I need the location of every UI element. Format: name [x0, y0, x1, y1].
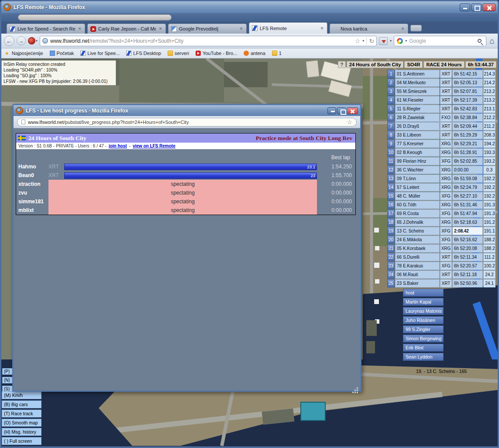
leaderboard-row[interactable]: 14 57 S.Leitert XRG 6h 52:24.79 192.2 — [387, 183, 496, 192]
bookmark-item[interactable]: antena — [244, 51, 265, 56]
host-person-chip[interactable]: 99 S.Zingler — [403, 325, 444, 333]
leaderboard-row[interactable]: 22 66 S.Durelli XRT 6h 52:11.34 111.2 — [387, 253, 496, 261]
tab-new[interactable]: Nova kartica × — [330, 24, 408, 34]
driver-cell[interactable]: 65 J.Dohnalik — [395, 218, 440, 226]
leaderboard-row[interactable]: 24 06 M.Rauti XRT 6h 52:11.18 24.2 — [387, 270, 496, 279]
close-button[interactable] — [347, 107, 358, 114]
leaderboard-row[interactable]: 12 36 C.Wachter XRG 0:00.00 0.3 — [387, 166, 496, 174]
bookmark-item[interactable]: YouTube - Bro... — [196, 51, 237, 56]
leaderboard-row[interactable]: 19 13 C. Scheins XFG 2:08.42 191.1 — [387, 227, 496, 235]
adblock-button[interactable]: ▾ — [28, 37, 38, 44]
view-option-button[interactable]: (H) Msg. history — [2, 428, 41, 436]
minimize-button[interactable] — [460, 3, 470, 11]
reload-icon[interactable]: ↻ — [369, 38, 374, 44]
leaderboard-row[interactable]: 23 78 E.Karakus XFG 6h 52:20.57 100.2 — [387, 262, 496, 270]
leaderboard-row[interactable]: 17 69 R.Costa XFG 6h 51:47.94 191.3 — [387, 209, 496, 218]
bookmark-item[interactable]: Live for Spee... — [80, 51, 120, 56]
driver-cell[interactable]: 48 C. Müller — [395, 192, 440, 200]
session-chip[interactable]: RACE 24 Hours — [423, 61, 464, 68]
driver-cell[interactable]: 01 S.Anttonen — [395, 70, 440, 78]
view-option-button[interactable]: (B) Big cars — [2, 400, 41, 408]
popup-titlebar[interactable]: LFS - Live host progress - Mozilla Firef… — [14, 105, 360, 116]
tab-close-icon[interactable]: × — [400, 26, 405, 31]
download-helper-icon[interactable] — [379, 37, 388, 45]
leaderboard-row[interactable]: 6 28 R.Zawielak FXO 6h 52:38.84 212.2 — [387, 113, 496, 122]
tab-close-icon[interactable]: × — [158, 26, 163, 31]
driver-cell[interactable]: 09 T.Lönn — [395, 174, 440, 183]
leaderboard-row[interactable]: 18 65 J.Dohnalik XRG 6h 52:18.63 191.2 — [387, 218, 496, 226]
leaderboard-row[interactable]: 2 04 M.Meriluoto XRT 6h 52:05.13 214.2 — [387, 79, 496, 87]
forward-button[interactable]: → — [17, 36, 26, 45]
leaderboard-row[interactable]: 1 01 S.Anttonen XRT 6h 51:42.15 214.3 — [387, 70, 496, 78]
driver-cell[interactable]: 61 M.Fieseler — [395, 96, 440, 104]
bookmark-item[interactable]: LFS Desktop — [126, 51, 161, 56]
tab-close-icon[interactable]: × — [239, 26, 244, 31]
leaderboard-row[interactable]: 8 33 E.Liibeon XRT 6h 51:29.29 208.3 — [387, 131, 496, 139]
driver-cell[interactable]: 02 B.Keough — [395, 148, 440, 157]
view-option-button[interactable]: ( ) Full screen — [2, 437, 41, 445]
tab-lfs-search[interactable]: Live for Speed - Search Re... × — [7, 24, 85, 34]
chevron-down-icon[interactable]: ▾ — [390, 39, 392, 43]
leaderboard-row[interactable]: 11 99 Florian Hinz XFG 6h 52:02.85 193.2 — [387, 157, 496, 165]
resize-grip[interactable] — [357, 387, 358, 389]
host-person-chip[interactable]: Laurynas Matonis — [403, 307, 444, 315]
bookmark-star-icon[interactable]: ☆ — [347, 119, 352, 125]
leaderboard-row[interactable]: 5 11 S.Riegler XRT 6h 52:42.83 213.1 — [387, 105, 496, 113]
driver-cell[interactable]: 24 E.Mikkola — [395, 236, 440, 244]
new-tab-button[interactable] — [410, 25, 422, 31]
search-input[interactable]: Google — [409, 38, 475, 44]
tab-close-icon[interactable]: × — [77, 26, 82, 31]
host-person-chip[interactable]: Sean Lyddon — [403, 353, 444, 361]
view-on-lfs-remote-link[interactable]: view on LFS Remote — [133, 144, 176, 148]
leaderboard-row[interactable]: 9 77 S.Kresmer XRG 6h 52:29.21 194.2 — [387, 140, 496, 148]
driver-cell[interactable]: 99 Florian Hinz — [395, 157, 440, 165]
leaderboard-row[interactable]: 16 60 G.Tóth XRG 6h 51:31.46 191.3 — [387, 201, 496, 209]
bookmark-item[interactable]: Početak — [50, 51, 74, 56]
close-button[interactable] — [482, 3, 496, 11]
driver-cell[interactable]: 55 M.Śmieszek — [395, 87, 440, 96]
leaderboard-row[interactable]: 25 23 S.Baker XRT 6h 52:50.96 24.1 — [387, 279, 496, 287]
host-person-chip[interactable]: Martin Kapal — [403, 298, 444, 306]
driver-cell[interactable]: 11 S.Riegler — [395, 105, 440, 113]
driver-cell[interactable]: 23 S.Baker — [395, 279, 440, 287]
host-name-chip[interactable]: 24 Hours of South City — [347, 61, 404, 68]
driver-cell[interactable]: 06 M.Rauti — [395, 270, 440, 279]
bookmark-item[interactable]: 1 — [272, 51, 282, 56]
search-icon[interactable] — [478, 39, 482, 43]
back-button[interactable]: ← — [4, 36, 14, 46]
leaderboard-row[interactable]: 4 61 M.Fieseler XRT 6h 52:17.39 213.2 — [387, 96, 496, 104]
host-person-chip[interactable]: Erik Blixt — [403, 344, 444, 352]
minimize-button[interactable] — [327, 107, 336, 114]
leaderboard-row[interactable]: 21 05 K.Korsbaek XRG 6h 52:20.08 188.2 — [387, 244, 496, 253]
home-button[interactable]: ⌂ — [489, 37, 495, 45]
view-option-button[interactable]: (O) Smooth map — [2, 419, 41, 427]
bookmark-star-icon[interactable]: ☆ — [355, 38, 361, 44]
driver-cell[interactable]: 28 R.Zawielak — [395, 113, 440, 122]
driver-cell[interactable]: 69 R.Costa — [395, 209, 440, 218]
driver-cell[interactable]: 04 M.Meriluoto — [395, 79, 440, 87]
leaderboard-row[interactable]: 10 02 B.Keough XRG 6h 51:28.91 193.3 — [387, 148, 496, 157]
driver-cell[interactable]: 26 D.Drayß — [395, 122, 440, 130]
side-button[interactable]: (P) — [2, 368, 13, 375]
bookmark-item[interactable]: serveri — [168, 51, 189, 56]
driver-cell[interactable]: 66 S.Durelli — [395, 253, 440, 261]
view-option-button[interactable]: (T) Race track — [2, 410, 41, 417]
join-host-link[interactable]: join host — [109, 144, 127, 148]
host-person-chip[interactable]: Simon Bergewing — [403, 335, 444, 342]
driver-cell[interactable]: 13 C. Scheins — [395, 227, 440, 235]
maximize-button[interactable] — [471, 3, 482, 11]
leaderboard-row[interactable]: 15 48 C. Müller XFG 6h 52:27.10 192.2 — [387, 192, 496, 200]
tab-translate[interactable]: Google Prevoditelj × — [168, 24, 247, 34]
chevron-down-icon[interactable]: ▾ — [405, 39, 407, 43]
leaderboard-row[interactable]: 20 24 E.Mikkola XFG 6h 52:16.62 188.2 — [387, 236, 496, 244]
leaderboard-row[interactable]: 13 09 T.Lönn XRG 6h 51:59.08 192.2 — [387, 174, 496, 183]
main-titlebar[interactable]: LFS Remote - Mozilla Firefox — [1, 1, 498, 13]
driver-cell[interactable]: 60 G.Tóth — [395, 201, 440, 209]
host-person-chip[interactable]: Juho Räsänen — [403, 316, 444, 324]
driver-cell[interactable]: 36 C.Wachter — [395, 166, 440, 174]
popup-address-bar[interactable]: www.lfsworld.net/pubstat/live_progress.p… — [17, 118, 357, 127]
driver-cell[interactable]: 78 E.Karakus — [395, 262, 440, 270]
search-bar[interactable]: ▾ Google — [394, 36, 486, 46]
driver-cell[interactable]: 57 S.Leitert — [395, 183, 440, 192]
chevron-down-icon[interactable]: ▾ — [362, 39, 364, 43]
